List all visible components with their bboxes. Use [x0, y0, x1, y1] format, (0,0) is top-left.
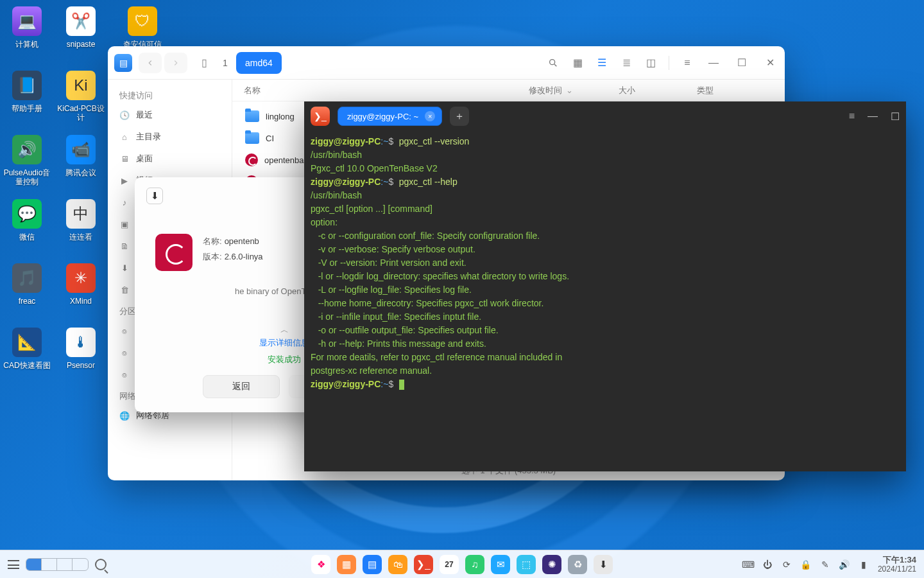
- trash-icon: 🗑: [119, 285, 130, 295]
- install-status: 安装成功: [268, 354, 301, 365]
- view-split-icon[interactable]: ◫: [644, 57, 657, 69]
- tab-count: 1: [218, 58, 232, 68]
- col-name[interactable]: 名称: [241, 85, 529, 96]
- col-modified[interactable]: 修改时间⌄: [529, 85, 619, 96]
- new-tab-button[interactable]: ＋: [450, 107, 469, 126]
- desktop-icon-computer[interactable]: 💻计算机: [0, 0, 54, 64]
- tray-keyboard-icon[interactable]: ⌨: [743, 559, 753, 570]
- col-type[interactable]: 类型: [697, 85, 785, 96]
- workspace-4[interactable]: [73, 559, 88, 570]
- nav-back-button[interactable]: [139, 53, 162, 73]
- window-minimize-button[interactable]: —: [868, 110, 878, 122]
- window-maximize-button[interactable]: ☐: [891, 110, 900, 123]
- workspace-1[interactable]: [26, 559, 42, 570]
- terminal-menu-icon[interactable]: ≡: [849, 110, 855, 122]
- sidebar-item-home[interactable]: ⌂主目录: [108, 126, 232, 148]
- terminal-cursor: [399, 380, 404, 390]
- label-version: 版本:: [203, 252, 222, 261]
- show-details-toggle[interactable]: ︿ 显示详细信息: [259, 324, 309, 349]
- view-grid-icon[interactable]: ▦: [571, 57, 584, 69]
- tab-close-icon[interactable]: ×: [425, 111, 435, 121]
- terminal-window: ❯_ ziggy@ziggy-PC: ~ × ＋ ≡ — ☐ ziggy@zig…: [304, 101, 906, 471]
- tray-battery-icon[interactable]: ▮: [859, 559, 869, 570]
- value-name: opentenb: [225, 236, 259, 246]
- workspace-2[interactable]: [42, 559, 57, 570]
- debian-package-icon: [155, 234, 193, 271]
- desktop-icon-cad[interactable]: 📐CAD快速看图: [0, 321, 54, 385]
- label-name: 名称:: [203, 236, 222, 246]
- window-close-button[interactable]: ✕: [762, 55, 778, 71]
- file-manager-app-icon: ▤: [114, 54, 132, 72]
- window-minimize-button[interactable]: —: [705, 55, 722, 71]
- music-icon: ♪: [119, 198, 130, 207]
- clock-icon: 🕓: [119, 110, 130, 120]
- tray-edit-icon[interactable]: ✎: [820, 559, 830, 570]
- disk-icon: ⌾: [119, 326, 130, 336]
- debian-package-icon: [245, 153, 258, 166]
- breadcrumb-chip[interactable]: amd64: [236, 52, 282, 74]
- folder-icon: [245, 110, 259, 122]
- taskbar: ❖ ▦ ▤ 🛍 ❯_ 27 ♫ ✉ ⬚ ✺ ♻ ⬇ ⌨ ⏻ ⟳ 🔒 ✎ 🔊 ▮ …: [0, 550, 924, 578]
- hamburger-menu-icon[interactable]: ≡: [681, 57, 694, 69]
- nav-forward-button[interactable]: [164, 53, 187, 73]
- workspace-switcher[interactable]: [26, 558, 89, 571]
- desktop-icon-snipaste[interactable]: ✂️snipaste: [54, 0, 108, 64]
- file-manager-titlebar[interactable]: ▤ ▯ 1 amd64 ▦ ☰ ≣ ◫ ≡ — ☐ ✕: [108, 46, 785, 80]
- tray-lock-icon[interactable]: 🔒: [801, 559, 811, 570]
- chevron-down-icon: ⌄: [566, 85, 573, 95]
- video-icon: ▶: [119, 176, 130, 186]
- installer-download-icon: ⬇: [146, 188, 163, 204]
- folder-icon: [245, 132, 259, 144]
- back-button[interactable]: 返回: [203, 375, 280, 398]
- svg-point-0: [550, 59, 555, 64]
- tray-volume-icon[interactable]: 🔊: [839, 559, 850, 570]
- download-icon: ⬇: [119, 263, 130, 273]
- desktop-icon-tencent-meeting[interactable]: 📹腾讯会议: [54, 128, 108, 193]
- launcher-icon[interactable]: [8, 560, 19, 569]
- home-icon: ⌂: [119, 132, 130, 142]
- terminal-app-icon: ❯_: [311, 107, 330, 126]
- desktop-icon-psensor[interactable]: 🌡Psensor: [54, 321, 108, 385]
- chevron-up-icon: ︿: [280, 324, 289, 336]
- terminal-output[interactable]: ziggy@ziggy-PC:~$ pgxc_ctl --version /us…: [304, 131, 906, 471]
- network-icon: 🌐: [119, 411, 130, 421]
- view-tree-icon[interactable]: ≣: [620, 57, 633, 69]
- desktop-icon-lianliankan[interactable]: 中连连看: [54, 193, 108, 257]
- view-list-icon[interactable]: ☰: [595, 57, 608, 69]
- sidebar-item-desktop[interactable]: 🖥桌面: [108, 148, 232, 170]
- desktop-icon-help[interactable]: 📘帮助手册: [0, 64, 54, 128]
- desktop-icon-xmind[interactable]: ✳XMind: [54, 257, 108, 321]
- workspace-3[interactable]: [57, 559, 73, 570]
- disk-icon: ⌾: [119, 370, 130, 380]
- terminal-titlebar[interactable]: ❯_ ziggy@ziggy-PC: ~ × ＋ ≡ — ☐: [304, 101, 906, 131]
- tray-power-icon[interactable]: ⏻: [762, 559, 773, 570]
- terminal-tab[interactable]: ziggy@ziggy-PC: ~ ×: [338, 107, 442, 126]
- window-maximize-button[interactable]: ☐: [733, 55, 750, 71]
- search-icon[interactable]: [547, 57, 560, 69]
- col-size[interactable]: 大小: [619, 85, 697, 96]
- document-icon: 🗎: [119, 241, 130, 251]
- search-icon[interactable]: [95, 559, 107, 570]
- column-headers: 名称 修改时间⌄ 大小 类型: [232, 80, 785, 101]
- sidebar-header-quick: 快捷访问: [108, 85, 232, 104]
- picture-icon: ▣: [119, 220, 130, 229]
- taskbar-clock[interactable]: 下午1:34 2024/11/21: [878, 556, 916, 574]
- tray-sync-icon[interactable]: ⟳: [782, 559, 792, 570]
- sidebar-toggle-icon[interactable]: ▯: [194, 53, 214, 73]
- value-version: 2.6.0-linya: [225, 252, 263, 261]
- disk-icon: ⌾: [119, 348, 130, 358]
- desktop-icon-wechat[interactable]: 💬微信: [0, 193, 54, 257]
- desktop-icon-pulseaudio[interactable]: 🔊PulseAudio音量控制: [0, 128, 54, 193]
- desktop-icon: 🖥: [119, 154, 130, 164]
- desktop-icon-freac[interactable]: 🎵freac: [0, 257, 54, 321]
- desktop-icon-kicad[interactable]: KiKiCad-PCB设计: [54, 64, 108, 128]
- dock: ❖ ▦ ▤ 🛍 ❯_ 27 ♫ ✉ ⬚ ✺ ♻ ⬇: [311, 555, 613, 574]
- sidebar-item-recent[interactable]: 🕓最近: [108, 104, 232, 126]
